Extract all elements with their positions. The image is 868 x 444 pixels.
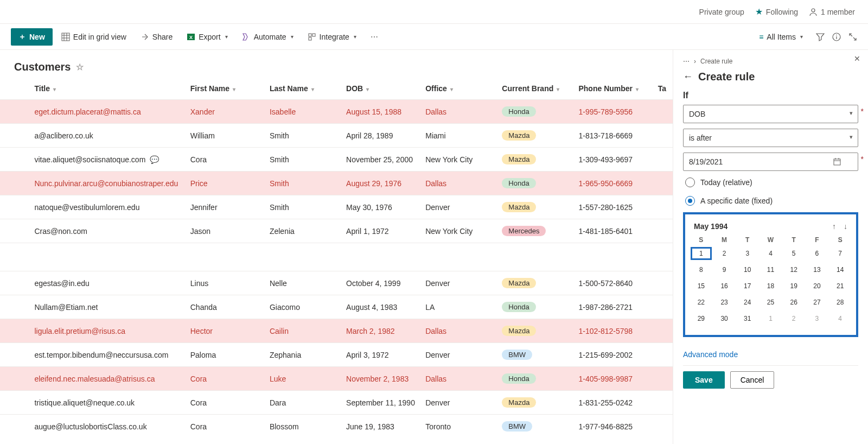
close-icon[interactable]: ✕ <box>854 54 860 63</box>
member-count[interactable]: 1 member <box>809 8 855 16</box>
table-row[interactable]: vitae.aliquet@sociisnatoque.com 💬CoraSmi… <box>0 148 673 172</box>
cell-dob: August 15, 1988 <box>342 100 421 124</box>
cell-title[interactable]: eget.dictum.placerat@mattis.ca <box>30 100 186 124</box>
calendar-day[interactable]: 25 <box>760 296 781 309</box>
date-input[interactable]: 8/19/2021 <box>683 153 858 171</box>
calendar-day[interactable]: 5 <box>783 247 805 260</box>
calendar-day[interactable]: 9 <box>714 263 735 276</box>
cell-title[interactable]: natoque@vestibulumlorem.edu <box>30 195 186 219</box>
col-dob[interactable]: DOB ▾ <box>342 78 421 100</box>
calendar-day[interactable]: 11 <box>760 263 781 276</box>
next-month-icon[interactable]: ↓ <box>844 222 847 231</box>
calendar-day[interactable]: 20 <box>807 280 828 293</box>
calendar-day[interactable]: 1 <box>760 312 781 325</box>
col-tag[interactable]: Ta <box>654 78 673 100</box>
calendar-day[interactable]: 30 <box>714 312 735 325</box>
export-button[interactable]: X Export ▾ <box>181 28 233 46</box>
cell-title[interactable]: Nullam@Etiam.net <box>30 295 186 319</box>
cell-last: Smith <box>265 148 342 172</box>
comment-icon[interactable]: 💬 <box>150 155 159 164</box>
col-title[interactable]: Title ▾ <box>30 78 186 100</box>
share-button[interactable]: Share <box>135 28 178 46</box>
calendar-day[interactable]: 14 <box>829 263 851 276</box>
col-office[interactable]: Office ▾ <box>421 78 497 100</box>
cell-title[interactable]: eleifend.nec.malesuada@atrisus.ca <box>30 367 186 391</box>
cell-title[interactable]: est.tempor.bibendum@neccursusa.com <box>30 343 186 367</box>
calendar-day[interactable]: 17 <box>737 280 758 293</box>
radio-relative[interactable]: Today (relative) <box>683 173 858 192</box>
advanced-mode-link[interactable]: Advanced mode <box>683 350 858 359</box>
column-select[interactable]: DOB <box>683 105 858 123</box>
calendar-day[interactable]: 29 <box>691 312 712 325</box>
cell-title[interactable]: Nunc.pulvinar.arcu@conubianostraper.edu <box>30 172 186 195</box>
cell-title[interactable]: tristique.aliquet@neque.co.uk <box>30 391 186 415</box>
calendar-day[interactable]: 28 <box>829 296 851 309</box>
col-brand[interactable]: Current Brand ▾ <box>497 78 574 100</box>
save-button[interactable]: Save <box>683 371 725 389</box>
col-phone[interactable]: Phone Number ▾ <box>574 78 653 100</box>
automate-button[interactable]: Automate ▾ <box>237 28 299 46</box>
calendar-day[interactable]: 2 <box>783 312 805 325</box>
table-row[interactable]: Nunc.pulvinar.arcu@conubianostraper.eduP… <box>0 172 673 195</box>
cell-title[interactable]: egestas@in.edu <box>30 271 186 295</box>
calendar-day[interactable]: 7 <box>829 247 851 260</box>
favorite-icon[interactable]: ☆ <box>76 62 84 72</box>
month-year-label[interactable]: May 1994 <box>694 222 727 231</box>
calendar-day[interactable]: 22 <box>691 296 712 309</box>
cancel-button[interactable]: Cancel <box>730 371 775 389</box>
calendar-day[interactable]: 13 <box>807 263 828 276</box>
calendar-day[interactable]: 27 <box>807 296 828 309</box>
calendar-day[interactable]: 23 <box>714 296 735 309</box>
table-row[interactable]: augue@luctuslobortisClass.co.ukCoraBloss… <box>0 415 673 439</box>
calendar-day[interactable]: 8 <box>691 263 712 276</box>
calendar-day[interactable]: 1 <box>691 247 712 260</box>
calendar-day[interactable]: 12 <box>783 263 805 276</box>
table-row[interactable]: egestas@in.eduLinusNelleOctober 4, 1999D… <box>0 271 673 295</box>
table-row[interactable]: natoque@vestibulumlorem.eduJenniferSmith… <box>0 195 673 219</box>
table-row[interactable]: Nullam@Etiam.netChandaGiacomoAugust 4, 1… <box>0 295 673 319</box>
table-row[interactable]: eget.dictum.placerat@mattis.caXanderIsab… <box>0 100 673 124</box>
calendar-day[interactable]: 16 <box>714 280 735 293</box>
calendar-day[interactable]: 10 <box>737 263 758 276</box>
calendar-day[interactable]: 4 <box>760 247 781 260</box>
info-icon[interactable] <box>832 33 841 41</box>
back-arrow-icon[interactable]: ← <box>683 71 693 83</box>
operator-select[interactable]: is after <box>683 129 858 147</box>
filter-icon[interactable] <box>816 33 825 41</box>
radio-fixed[interactable]: A specific date (fixed) <box>683 192 858 210</box>
breadcrumb-root[interactable]: ⋯ <box>683 58 690 65</box>
calendar-day[interactable]: 24 <box>737 296 758 309</box>
calendar-day[interactable]: 26 <box>783 296 805 309</box>
calendar-day[interactable]: 2 <box>714 247 735 260</box>
calendar-day[interactable]: 18 <box>760 280 781 293</box>
edit-grid-button[interactable]: Edit in grid view <box>56 28 132 46</box>
table-row[interactable]: ligula.elit.pretium@risus.caHectorCailin… <box>0 319 673 343</box>
cell-title[interactable]: augue@luctuslobortisClass.co.uk <box>30 415 186 439</box>
cell-title[interactable]: ligula.elit.pretium@risus.ca <box>30 319 186 343</box>
calendar-day[interactable]: 3 <box>737 247 758 260</box>
table-row[interactable]: tristique.aliquet@neque.co.ukCoraDaraSep… <box>0 391 673 415</box>
calendar-day[interactable]: 19 <box>783 280 805 293</box>
expand-icon[interactable] <box>848 33 857 41</box>
calendar-day[interactable]: 15 <box>691 280 712 293</box>
table-row[interactable]: a@aclibero.co.ukWilliamSmithApril 28, 19… <box>0 124 673 148</box>
calendar-day[interactable]: 3 <box>807 312 828 325</box>
cell-title[interactable]: Cras@non.com <box>30 219 186 243</box>
prev-month-icon[interactable]: ↑ <box>832 222 836 231</box>
table-row[interactable]: est.tempor.bibendum@neccursusa.comPaloma… <box>0 343 673 367</box>
col-last[interactable]: Last Name ▾ <box>265 78 342 100</box>
table-row[interactable]: eleifend.nec.malesuada@atrisus.caCoraLuk… <box>0 367 673 391</box>
calendar-day[interactable]: 4 <box>829 312 851 325</box>
view-selector[interactable]: ≡ All Items ▾ <box>754 28 808 46</box>
cell-title[interactable]: vitae.aliquet@sociisnatoque.com 💬 <box>30 148 186 172</box>
col-first[interactable]: First Name ▾ <box>186 78 265 100</box>
calendar-day[interactable]: 21 <box>829 280 851 293</box>
calendar-day[interactable]: 6 <box>807 247 828 260</box>
new-button[interactable]: ＋ New <box>11 28 53 46</box>
calendar-day[interactable]: 31 <box>737 312 758 325</box>
following-toggle[interactable]: ★ Following <box>755 7 798 17</box>
table-row[interactable]: Cras@non.comJasonZeleniaApril 1, 1972New… <box>0 219 673 243</box>
integrate-button[interactable]: Integrate ▾ <box>302 28 362 46</box>
overflow-button[interactable]: ⋯ <box>365 28 384 46</box>
cell-title[interactable]: a@aclibero.co.uk <box>30 124 186 148</box>
